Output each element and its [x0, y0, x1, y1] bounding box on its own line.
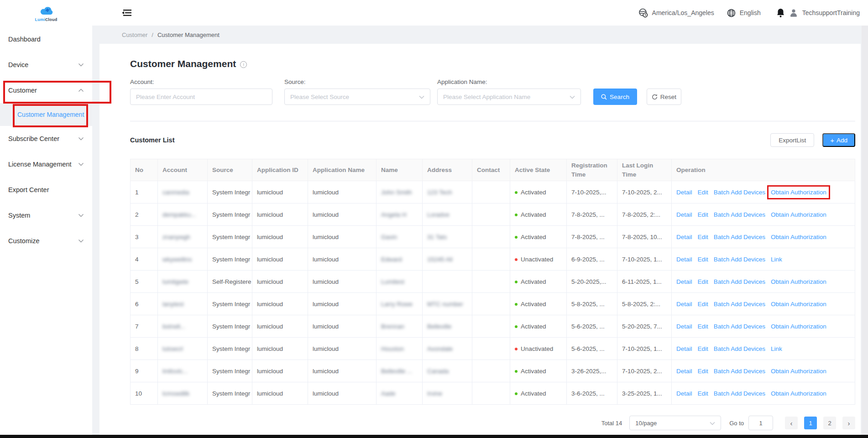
op-batch-add-devices-link[interactable]: Batch Add Devices: [714, 211, 765, 218]
add-button[interactable]: + Add: [822, 133, 855, 147]
op-obtain-authorization-link[interactable]: Obtain Authorization: [771, 368, 826, 375]
timezone-icon[interactable]: [638, 8, 648, 18]
op-edit-link[interactable]: Edit: [698, 301, 708, 308]
sidebar-item-device[interactable]: Device: [0, 52, 92, 78]
breadcrumb: Customer / Customer Management: [92, 26, 868, 44]
sidebar-item-label: Export Center: [8, 186, 49, 193]
op-detail-link[interactable]: Detail: [676, 345, 692, 352]
op-detail-link[interactable]: Detail: [676, 189, 692, 196]
op-detail-link[interactable]: Detail: [676, 390, 692, 397]
state-label: Activated: [521, 301, 546, 308]
column-header-active-state: Active State: [510, 159, 567, 181]
reset-button[interactable]: Reset: [647, 89, 681, 105]
sidebar-item-system[interactable]: System: [0, 203, 92, 228]
redacted-account-text: dempakku...: [162, 211, 196, 218]
cell-no: 9: [131, 360, 158, 382]
op-edit-link[interactable]: Edit: [698, 211, 708, 218]
topbar: America/Los_Angeles English: [92, 0, 868, 26]
table-row: 9lmltsvlc...System Integrlumicloudlumicl…: [131, 360, 855, 382]
goto-page-input[interactable]: [748, 416, 773, 430]
op-obtain-authorization-link[interactable]: Obtain Authorization: [771, 323, 826, 330]
cell-last-login-time: 7-10-2025, 2...: [617, 181, 672, 203]
op-edit-link[interactable]: Edit: [698, 345, 708, 352]
op-link-link[interactable]: Link: [771, 345, 782, 352]
cell-registration-time: 5-20-2025,...: [567, 271, 617, 293]
username-label[interactable]: TechsupportTraining: [802, 9, 860, 16]
sidebar-item-dashboard[interactable]: Dashboard: [0, 26, 92, 52]
op-batch-add-devices-link[interactable]: Batch Add Devices: [714, 189, 765, 196]
op-obtain-authorization-link[interactable]: Obtain Authorization: [771, 390, 826, 397]
op-edit-link[interactable]: Edit: [698, 189, 708, 196]
state-label: Activated: [521, 211, 546, 218]
sidebar-item-license-management[interactable]: License Management: [0, 151, 92, 177]
breadcrumb-customer[interactable]: Customer: [122, 31, 147, 38]
app-logo: LumiCloud: [0, 0, 92, 26]
op-detail-link[interactable]: Detail: [676, 323, 692, 330]
op-detail-link[interactable]: Detail: [676, 278, 692, 285]
op-edit-link[interactable]: Edit: [698, 256, 708, 263]
cell-name-redacted: Lumitest: [376, 271, 423, 293]
source-select[interactable]: Please Select Source: [284, 89, 430, 105]
op-obtain-authorization-link[interactable]: Obtain Authorization: [771, 278, 826, 285]
sidebar-item-customer[interactable]: Customer: [0, 78, 92, 103]
op-edit-link[interactable]: Edit: [698, 234, 708, 240]
cell-application-name: lumicloud: [308, 360, 376, 382]
op-batch-add-devices-link[interactable]: Batch Add Devices: [714, 390, 765, 397]
logo-text: LumiCloud: [35, 17, 58, 22]
op-link-link[interactable]: Link: [771, 256, 782, 263]
op-edit-link[interactable]: Edit: [698, 323, 708, 330]
column-header-account: Account: [158, 159, 208, 181]
sidebar-item-subscribe-center[interactable]: Subscribe Center: [0, 126, 92, 151]
op-detail-link[interactable]: Detail: [676, 368, 692, 375]
next-page-button[interactable]: ›: [842, 417, 855, 429]
op-batch-add-devices-link[interactable]: Batch Add Devices: [714, 301, 765, 308]
account-input[interactable]: [130, 89, 272, 105]
cell-active-state: Activated: [510, 315, 567, 338]
notification-bell-icon[interactable]: [776, 8, 785, 18]
column-header-registration-time: Registration Time: [567, 159, 617, 181]
page-size-select[interactable]: 10/page: [629, 416, 721, 430]
language-label[interactable]: English: [740, 9, 761, 16]
user-avatar-icon[interactable]: [789, 8, 798, 17]
timezone-label[interactable]: America/Los_Angeles: [652, 9, 714, 16]
op-obtain-authorization-link[interactable]: Obtain Authorization: [771, 301, 826, 308]
cell-account-redacted: bxtrwlt...: [158, 315, 208, 338]
op-detail-link[interactable]: Detail: [676, 301, 692, 308]
cell-operation: DetailEditBatch Add DevicesLink: [672, 248, 855, 271]
op-edit-link[interactable]: Edit: [698, 390, 708, 397]
search-icon: [601, 94, 607, 100]
language-globe-icon[interactable]: [727, 9, 736, 17]
redacted-name-text: Gavin: [381, 234, 397, 240]
op-obtain-authorization-link[interactable]: Obtain Authorization: [771, 211, 826, 218]
op-edit-link[interactable]: Edit: [698, 368, 708, 375]
op-batch-add-devices-link[interactable]: Batch Add Devices: [714, 368, 765, 375]
op-batch-add-devices-link[interactable]: Batch Add Devices: [714, 345, 765, 352]
page-button-1[interactable]: 1: [804, 417, 817, 429]
op-batch-add-devices-link[interactable]: Batch Add Devices: [714, 234, 765, 240]
op-edit-link[interactable]: Edit: [698, 278, 708, 285]
prev-page-button[interactable]: ‹: [785, 417, 798, 429]
table-row: 3znanywghSystem Integrlumicloudlumicloud…: [131, 226, 855, 248]
op-batch-add-devices-link[interactable]: Batch Add Devices: [714, 278, 765, 285]
search-button[interactable]: Search: [593, 89, 637, 105]
op-detail-link[interactable]: Detail: [676, 211, 692, 218]
info-icon[interactable]: !: [240, 61, 247, 68]
collapse-sidebar-icon[interactable]: [122, 9, 132, 16]
export-list-button[interactable]: ExportList: [770, 133, 814, 147]
op-detail-link[interactable]: Detail: [676, 234, 692, 240]
sidebar-subitem-label: Customer Management: [17, 111, 84, 118]
redacted-address-text: Loradve: [427, 211, 450, 218]
page-scrollbar[interactable]: [862, 26, 868, 435]
cell-address-redacted: [423, 271, 472, 293]
table-row: 2dempakku...System Integrlumicloudlumicl…: [131, 203, 855, 226]
sidebar-subitem-customer-management[interactable]: Customer Management: [0, 103, 92, 126]
op-obtain-authorization-link[interactable]: Obtain Authorization: [771, 189, 826, 196]
op-batch-add-devices-link[interactable]: Batch Add Devices: [714, 323, 765, 330]
application-select[interactable]: Please Select Application Name: [437, 89, 581, 105]
sidebar-item-customize[interactable]: Customize: [0, 228, 92, 254]
page-button-2[interactable]: 2: [823, 417, 836, 429]
op-batch-add-devices-link[interactable]: Batch Add Devices: [714, 256, 765, 263]
op-obtain-authorization-link[interactable]: Obtain Authorization: [771, 234, 826, 240]
op-detail-link[interactable]: Detail: [676, 256, 692, 263]
sidebar-item-export-center[interactable]: Export Center: [0, 177, 92, 203]
